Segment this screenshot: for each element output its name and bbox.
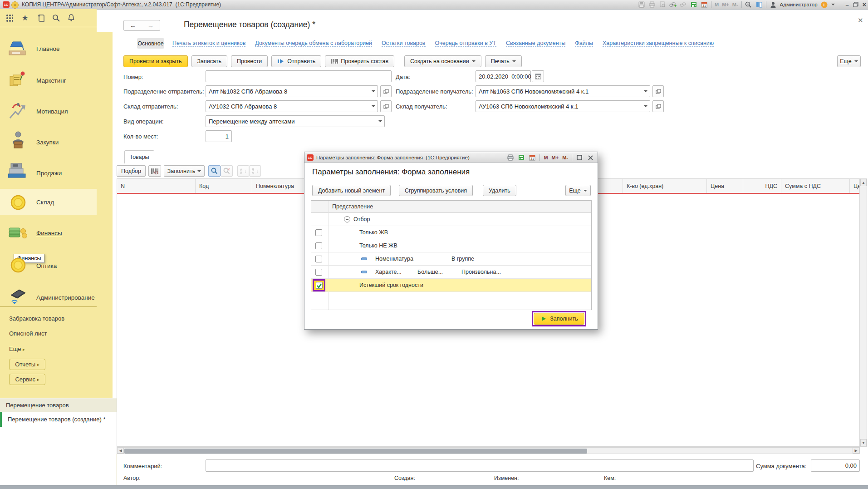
tab-fayly[interactable]: Файлы	[575, 40, 593, 47]
calculator-icon[interactable]	[518, 154, 525, 161]
chevron-down-icon[interactable]	[376, 120, 384, 122]
memory-mplus-button[interactable]: M+	[552, 155, 559, 160]
back-button[interactable]: ←	[123, 20, 142, 31]
print-icon[interactable]	[507, 154, 514, 161]
col-cena[interactable]: Цена	[707, 179, 743, 193]
reports-button[interactable]: Отчеты▸	[9, 359, 45, 370]
collapse-minus-icon[interactable]	[344, 216, 350, 222]
number-input[interactable]	[206, 70, 392, 82]
columns-panel-icon[interactable]	[755, 1, 763, 8]
dep-from-combo[interactable]: Апт №1032 СПб Абрамова 8	[206, 85, 378, 97]
check-content-button[interactable]: Проверить состав	[325, 55, 394, 67]
dep-to-open-button[interactable]	[652, 85, 664, 97]
info-dropdown-icon[interactable]	[831, 4, 835, 5]
service-button[interactable]: Сервис▸	[9, 374, 45, 385]
condition-row-selected[interactable]: Истекший срок годности	[311, 279, 591, 292]
calculator-icon[interactable]	[690, 1, 697, 8]
post-button[interactable]: Провести	[231, 55, 268, 67]
date-calendar-button[interactable]	[532, 70, 544, 82]
checkbox-unchecked[interactable]	[315, 269, 322, 276]
send-button[interactable]: Отправить	[271, 55, 321, 67]
checkbox-unchecked[interactable]	[315, 242, 322, 249]
delete-button[interactable]: Удалить	[483, 185, 516, 196]
tab-ochered-ut[interactable]: Очередь отправки в УТ	[435, 40, 496, 47]
tab-dokumenty-ochered[interactable]: Документы очередь обмена с лабораторией	[255, 40, 372, 47]
user-name[interactable]: Администратор	[780, 2, 818, 7]
tab-ostatki[interactable]: Остатки товаров	[382, 40, 425, 47]
sidebar-item-sklad[interactable]: Склад	[0, 190, 97, 215]
create-based-on-button[interactable]: Создать на основании	[404, 55, 481, 67]
sidebar-item-zakupki[interactable]: Закупки	[0, 128, 97, 156]
col-cena-r[interactable]: Цена р	[850, 179, 859, 193]
forward-button[interactable]: →	[142, 20, 160, 31]
chevron-down-icon[interactable]	[369, 105, 378, 107]
search-icon[interactable]	[52, 15, 59, 22]
col-kvo-ed[interactable]: К-во (ед.хран)	[623, 179, 707, 193]
minimize-button[interactable]: –	[846, 1, 849, 8]
dialog-titlebar[interactable]: 1С Параметры заполнения: Форма заполнени…	[304, 152, 598, 163]
chevron-down-icon[interactable]	[642, 90, 650, 92]
print-button[interactable]: Печать	[485, 55, 522, 67]
pick-button[interactable]: Подбор	[117, 165, 146, 177]
col-summa-nds[interactable]: Сумма с НДС	[781, 179, 850, 193]
add-element-button[interactable]: Добавить новый элемент	[312, 185, 391, 196]
sidebar-item-glavnoe[interactable]: Главное	[0, 35, 97, 64]
sidebar-link-zabrakovka[interactable]: Забраковка товаров	[9, 315, 64, 322]
history-icon[interactable]	[37, 15, 44, 22]
sidebar-item-prodazhi[interactable]: Продажи	[0, 159, 97, 187]
sidebar-item-motivacia[interactable]: Мотивация	[0, 97, 97, 125]
scroll-left-icon[interactable]: ◀	[117, 448, 124, 454]
tab-harakteristiki[interactable]: Характеристики запрещенные к списанию	[603, 40, 714, 47]
wh-from-open-button[interactable]	[380, 100, 392, 112]
sidebar-item-administrirovanie[interactable]: Администрирование	[0, 282, 97, 310]
open-window-item[interactable]: Перемещение товаров	[0, 398, 117, 412]
close-form-icon[interactable]: ✕	[858, 16, 863, 25]
post-and-close-button[interactable]: Провести и закрыть	[123, 55, 188, 67]
tab-osnovnoe[interactable]: Основное	[137, 38, 164, 49]
zoom-icon[interactable]	[745, 1, 752, 8]
dialog-more-button[interactable]: Еще	[565, 185, 591, 196]
col-nds[interactable]: НДС	[743, 179, 781, 193]
dep-from-open-button[interactable]	[380, 85, 392, 97]
vertical-scrollbar[interactable]: ▲ ▼	[860, 178, 867, 447]
places-input[interactable]: 1	[206, 130, 232, 142]
more-button[interactable]: Еще	[837, 55, 861, 67]
tab-tovary[interactable]: Товары	[124, 150, 154, 163]
favorites-star-icon[interactable]: ★	[20, 14, 29, 23]
memory-m-button[interactable]: M	[544, 155, 548, 160]
condition-row[interactable]: Только ЖВ	[311, 226, 591, 239]
sidebar-more-link[interactable]: Еще ▸	[9, 346, 25, 352]
write-button[interactable]: Записать	[191, 55, 227, 67]
dep-to-combo[interactable]: Апт №1063 СПб Новоколомяжский 4 к.1	[476, 85, 650, 97]
open-window-item-active[interactable]: Перемещение товаров (создание) *	[0, 412, 117, 427]
condition-row[interactable]: Только НЕ ЖВ	[311, 239, 591, 252]
tab-pechat-etiketok[interactable]: Печать этикеток и ценников	[172, 40, 245, 47]
calendar-icon[interactable]: 31	[701, 1, 708, 8]
sync-link-icon[interactable]: +	[669, 1, 677, 8]
search-button[interactable]	[208, 165, 221, 177]
sidebar-item-marketing[interactable]: Маркетинг	[0, 66, 97, 94]
close-window-button[interactable]: ×	[863, 1, 866, 8]
group-conditions-button[interactable]: Сгруппировать условия	[399, 185, 473, 196]
wh-to-open-button[interactable]	[652, 100, 664, 112]
tab-svyazannye[interactable]: Связанные документы	[506, 40, 565, 47]
horizontal-scrollbar[interactable]: ◀ ▶	[117, 447, 860, 454]
comment-input[interactable]	[206, 459, 754, 472]
memory-mminus-button[interactable]: M-	[562, 155, 568, 160]
info-icon[interactable]: i	[821, 1, 828, 8]
notifications-bell-icon[interactable]	[67, 15, 74, 22]
col-kod[interactable]: Код	[196, 179, 252, 193]
fill-dropdown-button[interactable]: Заполнить	[164, 165, 205, 177]
wh-from-combo[interactable]: АУ1032 СПб Абрамова 8	[206, 100, 378, 112]
chevron-down-icon[interactable]	[369, 90, 378, 92]
calendar-icon[interactable]: 31	[529, 154, 536, 161]
scroll-down-icon[interactable]: ▼	[860, 439, 867, 446]
condition-row[interactable]: Номенклатура В группе	[311, 252, 591, 266]
checkbox-unchecked[interactable]	[315, 229, 322, 236]
date-input[interactable]: 20.02.2020 0:00:00	[476, 70, 531, 82]
main-menu-dropdown-icon[interactable]: ▾	[11, 1, 19, 9]
scrollbar-thumb[interactable]	[124, 449, 587, 454]
menu-grid-icon[interactable]	[5, 15, 13, 22]
operation-combo[interactable]: Перемещение между аптеками	[206, 115, 385, 127]
chevron-down-icon[interactable]	[642, 105, 650, 107]
